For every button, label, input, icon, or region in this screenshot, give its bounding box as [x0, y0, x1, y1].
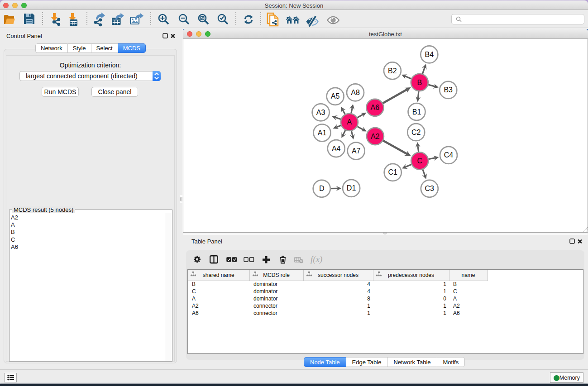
svg-text:A6: A6: [371, 104, 380, 111]
svg-text:B1: B1: [412, 108, 421, 116]
svg-text:A7: A7: [352, 147, 361, 155]
svg-text:A5: A5: [331, 92, 340, 100]
svg-text:B2: B2: [388, 67, 397, 75]
svg-text:A3: A3: [316, 109, 325, 116]
svg-text:B3: B3: [444, 86, 453, 94]
svg-text:B4: B4: [425, 51, 434, 58]
svg-text:C: C: [417, 157, 422, 165]
svg-text:B: B: [417, 79, 422, 86]
svg-text:D: D: [319, 185, 325, 192]
svg-text:A8: A8: [351, 89, 360, 96]
svg-text:A4: A4: [332, 145, 341, 152]
svg-text:C4: C4: [444, 151, 454, 159]
svg-text:C3: C3: [425, 185, 435, 192]
svg-text:A2: A2: [371, 133, 380, 140]
svg-text:D1: D1: [347, 184, 356, 192]
svg-text:C1: C1: [388, 168, 397, 176]
svg-text:A: A: [347, 118, 352, 126]
svg-text:C2: C2: [411, 129, 421, 136]
svg-text:A1: A1: [318, 129, 327, 137]
